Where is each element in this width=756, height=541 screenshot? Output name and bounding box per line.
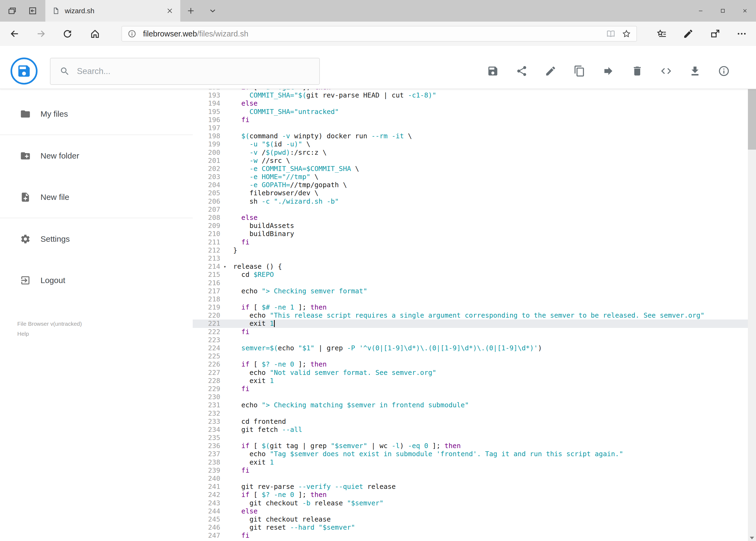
info-icon[interactable] — [718, 65, 730, 77]
code-line[interactable]: 237 echo "Tag $semver does not exist in … — [193, 450, 748, 458]
code-line[interactable]: 211 fi — [193, 238, 748, 246]
code-line[interactable]: 210 buildBinary — [193, 230, 748, 238]
code-line[interactable]: 195 COMMIT_SHA="untracked" — [193, 108, 748, 116]
code-line[interactable]: 200 -v /$(pwd):/src:z \ — [193, 149, 748, 157]
help-link[interactable]: Help — [17, 329, 82, 339]
code-line[interactable]: 217 echo "> Checking semver format" — [193, 287, 748, 295]
code-line[interactable]: 222 fi — [193, 328, 748, 336]
minimize-button[interactable] — [690, 0, 712, 22]
code-line[interactable]: 246 git reset --hard "$semver" — [193, 523, 748, 532]
code-line[interactable]: 206 sh -c "./wizard.sh -b" — [193, 198, 748, 206]
tab-preview-icon[interactable] — [7, 6, 17, 16]
code-line[interactable]: 230 — [193, 393, 748, 401]
code-line[interactable]: 202 -e COMMIT_SHA=$COMMIT_SHA \ — [193, 165, 748, 173]
tab-wizard-sh[interactable]: wizard.sh — [45, 0, 180, 22]
show-tab-previews-icon[interactable] — [208, 6, 217, 16]
code-text: fi — [229, 328, 748, 336]
code-line[interactable]: 198 $(command -v winpty) docker run --rm… — [193, 132, 748, 140]
refresh-icon[interactable] — [62, 28, 73, 39]
code-line[interactable]: 239 fi — [193, 466, 748, 475]
sidebar-item-settings[interactable]: Settings — [0, 218, 193, 260]
move-icon[interactable] — [603, 65, 614, 77]
code-line[interactable]: 247 fi — [193, 532, 748, 540]
hub-favorites-icon[interactable] — [656, 28, 667, 39]
code-line[interactable]: 242 if [ $? -ne 0 ]; then — [193, 491, 748, 499]
code-line[interactable]: 209 buildAssets — [193, 222, 748, 230]
code-line[interactable]: 231 echo "> Checking matching $semver in… — [193, 401, 748, 409]
address-bar[interactable]: filebrowser.web/files/wizard.sh — [122, 26, 637, 42]
code-line[interactable]: 220 echo "This release script requires a… — [193, 311, 748, 319]
back-icon[interactable] — [9, 28, 20, 39]
code-line[interactable]: 219 if [ $# -ne 1 ]; then — [193, 303, 748, 311]
set-tabs-aside-icon[interactable] — [28, 6, 38, 16]
code-line[interactable]: 194 else — [193, 99, 748, 108]
code-line[interactable]: 240 — [193, 475, 748, 483]
code-line[interactable]: 238 exit 1 — [193, 458, 748, 466]
code-line[interactable]: 226 if [ $? -ne 0 ]; then — [193, 360, 748, 368]
code-line[interactable]: 212} — [193, 246, 748, 255]
download-icon[interactable] — [689, 65, 701, 77]
code-line[interactable]: 225 — [193, 352, 748, 360]
code-line[interactable]: 224 semver=$(echo "$1" | grep -P '^v(0|[… — [193, 344, 748, 352]
code-editor[interactable]: 192 if [ -d ".git" ]; then193 COMMIT_SHA… — [193, 89, 748, 541]
code-line[interactable]: 196 fi — [193, 116, 748, 124]
code-editor-icon[interactable] — [660, 65, 672, 77]
code-line[interactable]: 192 if [ -d ".git" ]; then — [193, 89, 748, 91]
code-line[interactable]: 229 fi — [193, 385, 748, 393]
code-line[interactable]: 218 — [193, 295, 748, 303]
home-icon[interactable] — [90, 28, 101, 39]
rename-icon[interactable] — [545, 65, 557, 77]
sidebar-item-new-folder[interactable]: New folder — [0, 135, 193, 176]
share-page-icon[interactable] — [710, 28, 721, 39]
code-line[interactable]: 236 if [ $(git tag | grep "$semver" | wc… — [193, 442, 748, 450]
page-info-icon[interactable] — [127, 29, 136, 38]
code-line[interactable]: 245 git checkout release — [193, 515, 748, 523]
code-text: echo "This release script requires a sin… — [229, 311, 748, 319]
save-icon[interactable] — [487, 65, 499, 77]
new-tab-button[interactable] — [186, 6, 196, 16]
code-line[interactable]: 235 — [193, 434, 748, 442]
fold-marker-icon[interactable]: ▾ — [220, 263, 229, 270]
code-line[interactable]: 199 -u "$(id -u)" \ — [193, 140, 748, 148]
code-line[interactable]: 203 -e HOME="//tmp" \ — [193, 173, 748, 181]
code-line[interactable]: 205 filebrowser/dev \ — [193, 189, 748, 197]
more-options-icon[interactable] — [736, 28, 747, 39]
copy-icon[interactable] — [574, 65, 586, 77]
code-line[interactable]: 221 exit 1 — [193, 319, 748, 327]
maximize-button[interactable] — [712, 0, 734, 22]
sidebar-item-new-file[interactable]: New file — [0, 176, 193, 218]
code-line[interactable]: 227 echo "Not valid semver format. See s… — [193, 369, 748, 377]
code-line[interactable]: 215 cd $REPO — [193, 270, 748, 279]
code-line[interactable]: 193 COMMIT_SHA="$(git rev-parse HEAD | c… — [193, 91, 748, 99]
code-line[interactable]: 213 — [193, 255, 748, 263]
code-line[interactable]: 223 — [193, 336, 748, 344]
code-line[interactable]: 234 git fetch --all — [193, 426, 748, 434]
search-input[interactable] — [77, 66, 316, 76]
code-line[interactable]: 228 exit 1 — [193, 377, 748, 385]
scrollbar-track[interactable] — [748, 46, 756, 541]
favorite-star-icon[interactable] — [622, 29, 631, 38]
search-box[interactable] — [50, 58, 320, 85]
code-line[interactable]: 241 git rev-parse --verify --quiet relea… — [193, 483, 748, 491]
delete-icon[interactable] — [631, 65, 643, 77]
code-line[interactable]: 208 else — [193, 214, 748, 222]
web-note-pen-icon[interactable] — [683, 28, 694, 39]
code-line[interactable]: 232 — [193, 409, 748, 417]
close-tab-icon[interactable] — [166, 7, 174, 15]
scroll-down-icon[interactable] — [748, 532, 756, 541]
code-line[interactable]: 216 — [193, 279, 748, 287]
sidebar-item-my-files[interactable]: My files — [0, 93, 193, 135]
code-line[interactable]: 204 -e GOPATH=//tmp/gopath \ — [193, 181, 748, 189]
share-icon[interactable] — [516, 65, 528, 77]
code-line[interactable]: 197 — [193, 124, 748, 132]
code-line[interactable]: 214▾release () { — [193, 263, 748, 270]
code-line[interactable]: 233 cd frontend — [193, 417, 748, 426]
code-line[interactable]: 243 git checkout -b release "$semver" — [193, 499, 748, 507]
code-line[interactable]: 207 — [193, 206, 748, 214]
forward-icon[interactable] — [36, 28, 46, 39]
close-button[interactable] — [734, 0, 756, 22]
code-line[interactable]: 244 else — [193, 507, 748, 515]
sidebar-item-logout[interactable]: Logout — [0, 260, 193, 301]
reading-view-icon[interactable] — [606, 29, 616, 38]
code-line[interactable]: 201 -w //src \ — [193, 157, 748, 165]
